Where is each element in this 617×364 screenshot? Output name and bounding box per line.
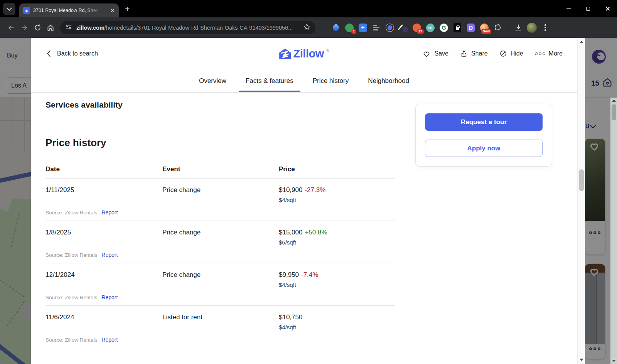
scrollbar-thumb[interactable] [612,104,616,120]
registered-mark: ® [327,49,329,53]
tab-overview[interactable]: Overview [198,69,227,92]
back-to-search-label: Back to search [57,50,98,57]
section-divider [46,124,395,124]
bookmark-star-icon[interactable] [303,23,311,32]
report-link[interactable]: Report [101,209,118,216]
share-button[interactable]: Share [460,50,488,57]
save-button[interactable]: Save [422,50,448,57]
new-tab-button[interactable]: + [125,4,130,13]
saved-homes-count[interactable]: 15 [591,79,599,88]
orange-extension[interactable]: 17 [412,23,422,33]
green-extension[interactable]: 1 [344,23,354,33]
list-extension[interactable] [371,23,381,33]
d-icon: D [467,24,475,32]
price-per-sqft: $4/sqft [279,281,395,288]
table-header-row: Date Event Price [46,165,395,179]
apply-now-button[interactable]: Apply now [425,140,543,157]
heart-icon [422,50,431,57]
request-tour-button[interactable]: Request a tour [425,113,543,131]
report-link[interactable]: Report [101,337,118,343]
price-value: $10,750 [279,313,302,321]
more-button[interactable]: More [535,50,563,57]
scroll-up-icon[interactable] [580,41,583,43]
scroll-down-icon[interactable] [580,359,583,361]
address-bar[interactable]: zillow.com/homedetails/3701-Royal-Meadow… [60,21,315,34]
price-per-sqft: $6/sqft [279,239,395,246]
scrollbar-thumb[interactable] [579,169,584,191]
downloads-button[interactable] [513,23,523,33]
scroll-down-icon[interactable] [612,360,616,362]
orbit-extension[interactable] [385,23,395,33]
listing-card[interactable] [585,139,605,254]
background-site-header: Buy [0,38,31,71]
map-highway [0,338,29,364]
tab-facts-features[interactable]: Facts & features [245,69,294,92]
nav-buy[interactable]: Buy [7,52,18,59]
pen-extension[interactable] [398,23,408,33]
profile-avatar[interactable] [527,23,537,33]
back-to-search-button[interactable]: Back to search [46,49,98,58]
plus-extension[interactable]: + [358,23,368,33]
row-event: Price change [162,271,279,279]
listing-photo [585,139,605,221]
screen: 3701 Royal Meadow Rd, Sherma ✕ + zillow.… [0,0,617,364]
row-date: 12/1/2024 [46,271,162,279]
pen-icon [399,24,408,32]
extensions-menu-button[interactable] [493,23,503,33]
m-extension[interactable]: m [425,23,435,33]
site-settings-icon[interactable] [65,23,73,32]
listing-card[interactable] [585,264,605,359]
hide-button[interactable]: Hide [499,50,523,57]
maximize-button[interactable] [578,0,598,17]
background-map[interactable] [0,98,31,364]
browser-toolbar: zillow.com/homedetails/3701-Royal-Meadow… [0,17,617,38]
more-options-icon[interactable] [589,231,600,234]
modal-scrollbar[interactable] [577,38,585,364]
minimize-button[interactable] [559,0,578,17]
back-button[interactable] [5,21,18,34]
location-search-input[interactable]: Los A [6,78,31,94]
maximize-icon [586,7,590,11]
map-pin-extension[interactable] [331,23,341,33]
row-price: $10,750 [279,313,395,321]
tab-search-button[interactable] [3,3,15,15]
forward-button[interactable] [18,21,31,34]
tab-close-icon[interactable]: ✕ [110,8,115,13]
map-park [0,199,31,364]
site-profile-avatar[interactable] [592,50,606,64]
heart-icon[interactable] [588,266,600,278]
results-scrollbar[interactable] [610,98,617,364]
url-text: zillow.com/homedetails/3701-Royal-Meadow… [76,25,301,31]
price-change: -27.3% [305,186,325,194]
more-label: More [549,50,563,57]
d-extension[interactable]: D [466,23,476,33]
source-label: Source: Zillow Rentals [46,210,97,216]
reload-button[interactable] [31,21,44,34]
price-value: $10,900 [279,186,302,194]
tab-neighborhood[interactable]: Neighborhood [367,69,410,92]
list-icon [373,25,379,30]
col-event: Event [162,165,279,173]
home-button[interactable] [44,21,57,34]
tab-title: 3701 Royal Meadow Rd, Sherma [33,8,99,13]
url-domain: zillow.com [76,25,105,31]
report-link[interactable]: Report [101,252,118,258]
chrome-menu-button[interactable] [540,23,550,33]
close-button[interactable] [598,0,617,17]
grammarly-extension[interactable]: G [439,23,449,33]
tab-price-history[interactable]: Price history [312,69,350,92]
lock-extension[interactable] [452,23,462,33]
hide-icon [499,50,507,57]
sort-dropdown-fragment[interactable]: u [585,122,589,130]
table-row: 1/8/2025 Price change $15,000+50.8% $6/s… [46,221,395,263]
report-link[interactable]: Report [101,294,118,300]
orbit-icon [386,24,394,32]
grammarly-icon: G [440,24,448,32]
browser-tab[interactable]: 3701 Royal Meadow Rd, Sherma ✕ [19,3,119,17]
heart-icon[interactable] [588,141,600,153]
zillow-logo[interactable]: Zillow ® [279,47,329,60]
more-options-icon[interactable] [589,347,600,350]
new-extension[interactable]: New [479,23,489,33]
save-label: Save [434,50,448,57]
scroll-up-icon[interactable] [612,99,616,102]
